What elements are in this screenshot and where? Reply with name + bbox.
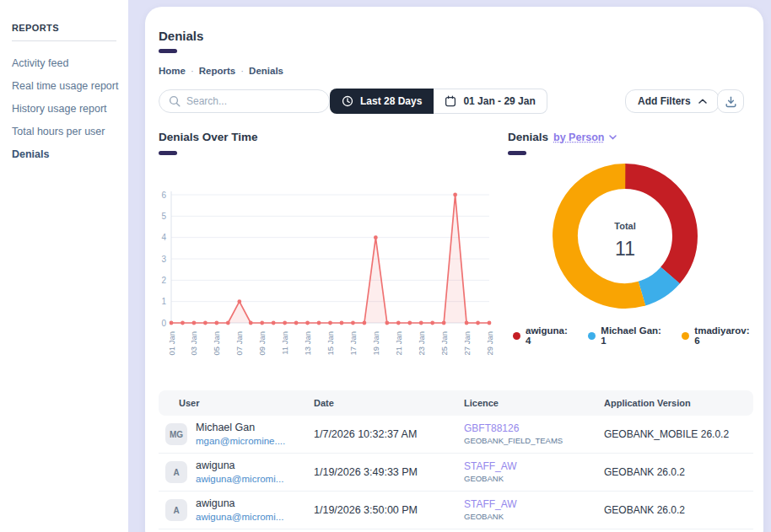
licence-link[interactable]: STAFF_AW [464,460,604,474]
svg-text:07 Jan: 07 Jan [235,331,244,356]
download-button[interactable] [717,89,744,113]
content-card: Denials Home·Reports·Denials Last 2 [145,7,763,532]
user-cell: A awiguna awiguna@micromi... [165,497,314,523]
breadcrumb: Home·Reports·Denials [159,66,283,76]
date-range-button[interactable]: 01 Jan - 29 Jan [434,89,547,114]
date-cell: 1/19/2026 3:50:00 PM [314,504,464,516]
title-accent-bar [159,49,177,53]
column-header-licence: Licence [464,398,604,408]
breadcrumb-denials[interactable]: Denials [249,66,283,76]
svg-text:29 Jan: 29 Jan [485,331,494,356]
last-28-days-label: Last 28 Days [360,95,422,107]
svg-text:05 Jan: 05 Jan [212,331,221,356]
application-version-cell: GEOBANK 26.0.2 [604,466,753,478]
svg-text:17 Jan: 17 Jan [348,331,358,356]
donut-title-text: Denials [508,131,548,143]
table-body: MG Michael Gan mgan@micromine.... 1/7/20… [159,416,753,529]
donut-chart-title: Denials by Person [508,131,617,143]
denials-by-person-donut[interactable]: Total 11 [525,160,727,329]
chevron-up-icon [698,99,707,104]
svg-text:25 Jan: 25 Jan [439,331,449,356]
user-email-link[interactable]: awiguna@micromi... [196,473,283,485]
sidebar-item-history-usage-report[interactable]: History usage report [0,97,128,120]
svg-text:19 Jan: 19 Jan [371,331,380,356]
legend-dot [682,332,689,340]
table-row: A awiguna awiguna@micromi... 1/19/2026 3… [159,454,753,492]
application-version-cell: GEOBANK_MOBILE 26.0.2 [604,428,753,440]
user-cell: A awiguna awiguna@micromi... [165,459,314,485]
licence-cell: STAFF_AW GEOBANK [464,460,604,484]
legend-dot [588,332,596,340]
avatar: MG [165,423,187,445]
licence-link[interactable]: STAFF_AW [464,498,604,512]
sidebar-item-activity-feed[interactable]: Activity feed [0,51,128,74]
chevron-down-icon[interactable] [609,135,617,140]
column-header-date: Date [314,398,464,408]
svg-text:01 Jan: 01 Jan [167,331,176,356]
breadcrumb-home[interactable]: Home [159,66,186,76]
denials-over-time-chart[interactable]: 012345601 Jan03 Jan05 Jan07 Jan09 Jan11 … [159,187,513,371]
user-name: awiguna [196,459,283,473]
legend-item-michael-gan: Michael Gan: 1 [588,325,669,346]
sidebar-item-real-time-usage-report[interactable]: Real time usage report [0,74,128,97]
avatar: A [165,461,187,483]
svg-text:09 Jan: 09 Jan [257,331,267,356]
svg-text:13 Jan: 13 Jan [303,331,312,356]
user-name: Michael Gan [196,422,285,435]
legend-label: tmadiyarov: 6 [694,325,758,346]
table-row: MG Michael Gan mgan@micromine.... 1/7/20… [159,416,753,454]
line-chart-title: Denials Over Time [159,131,258,143]
svg-text:0: 0 [161,319,166,328]
search-input[interactable] [186,95,320,107]
add-filters-button[interactable]: Add Filters [625,89,720,113]
sidebar-item-denials[interactable]: Denials [0,142,128,165]
breadcrumb-separator: · [240,66,244,76]
last-28-days-button[interactable]: Last 28 Days [330,89,434,114]
svg-text:27 Jan: 27 Jan [462,331,472,356]
sidebar: REPORTS Activity feedReal time usage rep… [0,0,128,532]
svg-text:23 Jan: 23 Jan [417,331,426,356]
licence-link[interactable]: GBFT88126 [464,422,604,436]
svg-text:2: 2 [161,276,166,285]
legend-label: awiguna: 4 [526,325,575,346]
licence-product: GEOBANK [464,512,604,522]
svg-text:6: 6 [161,191,166,200]
svg-text:4: 4 [161,233,166,242]
sidebar-item-total-hours-per-user[interactable]: Total hours per user [0,120,128,142]
line-chart-accent-bar [159,151,177,155]
sidebar-nav: Activity feedReal time usage reportHisto… [0,51,128,165]
sidebar-divider [12,40,116,41]
clock-icon [342,95,353,107]
svg-text:21 Jan: 21 Jan [394,331,403,356]
group-by-link[interactable]: by Person [553,132,604,143]
user-name: awiguna [196,497,283,511]
column-header-user: User [179,398,314,408]
licence-product: GEOBANK [464,474,604,484]
svg-text:11 Jan: 11 Jan [280,331,289,355]
user-cell: MG Michael Gan mgan@micromine.... [165,422,314,447]
toolbar: Last 28 Days 01 Jan - 29 Jan Add Filters [159,89,750,114]
date-range-segmented-control: Last 28 Days 01 Jan - 29 Jan [330,89,547,114]
download-icon [725,95,737,108]
calendar-icon [445,95,456,107]
user-email-link[interactable]: awiguna@micromi... [196,511,283,523]
search-icon [169,95,181,107]
breadcrumb-separator: · [191,66,194,76]
date-cell: 1/19/2026 3:49:33 PM [314,466,464,478]
date-cell: 1/7/2026 10:32:37 AM [314,428,464,440]
donut-legend: awiguna: 4Michael Gan: 1tmadiyarov: 6 [513,325,758,346]
denials-table: User Date Licence Application Version MG… [159,390,753,529]
column-header-application-version: Application Version [604,398,753,408]
breadcrumb-reports[interactable]: Reports [199,66,235,76]
table-header: User Date Licence Application Version [159,390,753,416]
donut-center-label: Total [614,221,635,231]
search-box[interactable] [159,89,330,113]
date-range-label: 01 Jan - 29 Jan [463,95,535,107]
svg-text:03 Jan: 03 Jan [189,331,198,356]
donut-center-value: 11 [615,238,635,260]
avatar: A [165,499,187,521]
sidebar-section-title: REPORTS [12,23,116,33]
licence-cell: STAFF_AW GEOBANK [464,498,604,522]
add-filters-label: Add Filters [638,95,691,107]
user-email-link[interactable]: mgan@micromine.... [196,435,285,447]
